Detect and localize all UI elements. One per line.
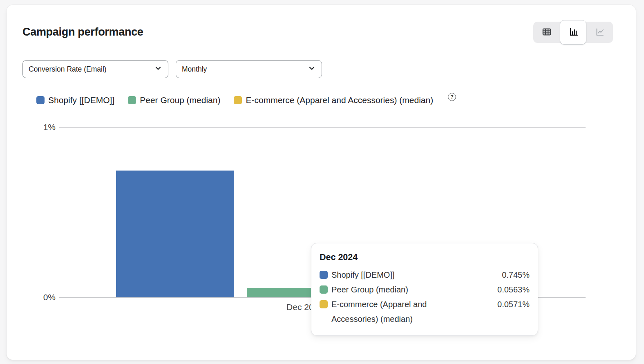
page-title: Campaign performance	[22, 26, 143, 38]
help-icon[interactable]: ?	[448, 93, 456, 101]
chart-legend: Shopify [[DEMO]] Peer Group (median) E-c…	[36, 95, 456, 105]
chevron-down-icon	[154, 64, 163, 74]
interval-select-value: Monthly	[182, 65, 207, 74]
legend-swatch-ecommerce	[234, 96, 242, 104]
line-chart-icon	[595, 27, 605, 38]
chart-tooltip: Dec 2024 Shopify [[DEMO]] 0.745% Peer Gr…	[311, 243, 538, 336]
legend-swatch-peer-group	[128, 96, 136, 104]
tooltip-label: Peer Group (median)	[331, 282, 408, 297]
metric-select[interactable]: Conversion Rate (Email)	[22, 60, 168, 78]
bar-shopify[interactable]	[116, 171, 234, 297]
tooltip-label: Shopify [[DEMO]]	[331, 267, 395, 282]
legend-item-shopify: Shopify [[DEMO]]	[36, 95, 114, 105]
bar-chart-icon	[568, 27, 579, 38]
tooltip-label: E-commerce (Apparel and Accessories) (me…	[331, 297, 466, 326]
legend-label: Peer Group (median)	[140, 95, 220, 105]
legend-swatch-shopify	[36, 96, 45, 104]
metric-select-value: Conversion Rate (Email)	[29, 65, 107, 74]
tooltip-value: 0.0571%	[497, 297, 530, 312]
tooltip-value: 0.745%	[502, 267, 530, 282]
tooltip-row-peer-group: Peer Group (median) 0.0563%	[320, 282, 530, 297]
y-axis-label-top: 1%	[15, 122, 56, 132]
gridline-1-percent	[59, 127, 586, 128]
bar-chart-view-button[interactable]	[560, 20, 586, 45]
chevron-down-icon	[307, 64, 316, 74]
line-chart-view-button[interactable]	[586, 22, 613, 43]
y-axis-label-bottom: 0%	[15, 292, 56, 302]
campaign-performance-card: Campaign performance	[7, 5, 636, 360]
tooltip-swatch-peer-group	[320, 285, 328, 294]
tooltip-row-ecommerce: E-commerce (Apparel and Accessories) (me…	[320, 297, 530, 326]
table-view-button[interactable]	[533, 22, 560, 43]
page: { "card": { "title": "Campaign performan…	[0, 0, 644, 364]
tooltip-row-shopify: Shopify [[DEMO]] 0.745%	[320, 267, 530, 282]
tooltip-title: Dec 2024	[320, 252, 530, 263]
legend-item-peer-group: Peer Group (median)	[128, 95, 220, 105]
legend-label: Shopify [[DEMO]]	[48, 95, 114, 105]
tooltip-value: 0.0563%	[497, 282, 530, 297]
table-icon	[541, 27, 552, 38]
interval-select[interactable]: Monthly	[176, 60, 322, 78]
legend-item-ecommerce: E-commerce (Apparel and Accessories) (me…	[234, 95, 433, 105]
tooltip-swatch-ecommerce	[320, 300, 328, 308]
chart-view-toggle	[533, 22, 613, 43]
legend-label: E-commerce (Apparel and Accessories) (me…	[246, 95, 433, 105]
tooltip-swatch-shopify	[320, 271, 328, 279]
